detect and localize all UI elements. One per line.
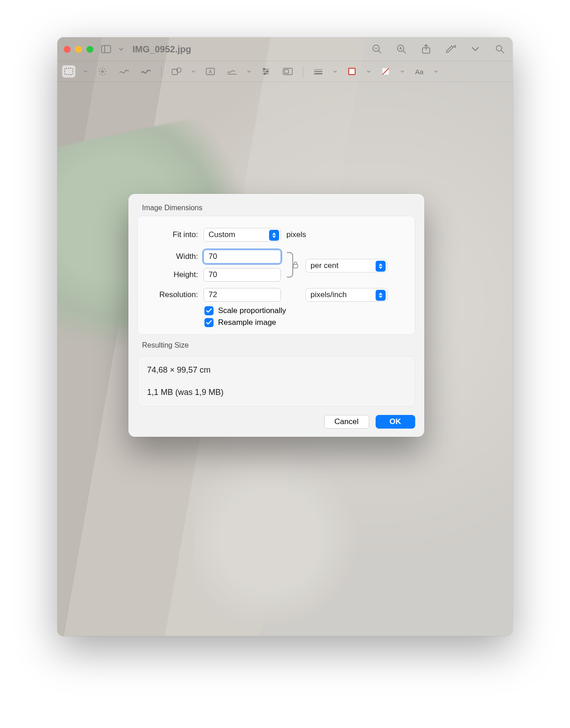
zoom-in-button[interactable] xyxy=(395,43,408,56)
shapes-tool[interactable] xyxy=(170,65,183,78)
svg-rect-27 xyxy=(285,70,289,73)
resulting-size-panel: 74,68 × 99,57 cm 1,1 MB (was 1,9 MB) xyxy=(137,356,415,407)
line-style-tool[interactable] xyxy=(311,65,325,78)
zoom-out-button[interactable] xyxy=(371,43,383,56)
resulting-filesize: 1,1 MB (was 1,9 MB) xyxy=(147,388,406,397)
height-label: Height: xyxy=(145,270,198,279)
svg-point-23 xyxy=(263,68,265,70)
fill-color-tool[interactable] xyxy=(379,65,392,78)
close-window-button[interactable] xyxy=(64,46,71,53)
draw-tool[interactable] xyxy=(139,65,153,78)
overflow-button[interactable] xyxy=(469,43,482,56)
share-button[interactable] xyxy=(420,43,433,56)
resample-image-label: Resample image xyxy=(218,318,276,327)
app-window: IMG_0952.jpg A Aa xyxy=(57,37,513,636)
chevron-down-icon xyxy=(333,70,337,73)
document-title: IMG_0952.jpg xyxy=(132,44,191,55)
fit-into-units: pixels xyxy=(286,230,306,239)
resample-image-checkbox[interactable] xyxy=(204,318,214,327)
svg-point-10 xyxy=(454,46,456,47)
sign-tool[interactable] xyxy=(225,65,239,78)
border-color-tool[interactable] xyxy=(345,65,359,78)
svg-text:A: A xyxy=(209,69,212,74)
resolution-input[interactable] xyxy=(204,288,281,302)
adjust-color-tool[interactable] xyxy=(259,65,273,78)
instant-alpha-tool[interactable] xyxy=(96,65,109,78)
adjust-size-dialog: Image Dimensions Fit into: Custom pixels… xyxy=(128,194,424,437)
titlebar: IMG_0952.jpg xyxy=(57,37,513,61)
svg-line-12 xyxy=(501,51,504,53)
svg-point-24 xyxy=(266,71,268,72)
chevron-down-icon xyxy=(192,70,195,73)
adjust-size-tool[interactable] xyxy=(281,65,295,78)
height-input[interactable] xyxy=(204,268,281,282)
fit-into-select[interactable]: Custom xyxy=(204,228,281,242)
svg-line-3 xyxy=(378,51,381,53)
dimensions-panel: Fit into: Custom pixels Width: Height: xyxy=(137,216,415,335)
checkmark-icon xyxy=(206,308,212,314)
checkmark-icon xyxy=(206,319,212,326)
resulting-size-label: Resulting Size xyxy=(142,341,413,349)
zoom-window-button[interactable] xyxy=(87,46,93,53)
svg-point-11 xyxy=(496,46,502,51)
chevron-down-icon xyxy=(367,70,371,73)
resolution-units-value: pixels/inch xyxy=(310,290,346,299)
select-arrows-icon xyxy=(376,290,386,301)
window-controls xyxy=(64,46,93,53)
scale-proportionally-checkbox[interactable] xyxy=(204,306,214,315)
sidebar-toggle-button[interactable] xyxy=(100,43,112,56)
search-button[interactable] xyxy=(494,43,506,56)
color-swatch-icon xyxy=(348,68,356,75)
svg-line-6 xyxy=(403,51,406,53)
ok-button[interactable]: OK xyxy=(376,415,416,429)
chevron-down-icon xyxy=(434,70,438,73)
lock-icon xyxy=(291,261,300,269)
toolbar-divider xyxy=(303,66,303,77)
sketch-tool[interactable] xyxy=(117,65,131,78)
scale-proportionally-label: Scale proportionally xyxy=(218,306,286,315)
chevron-down-icon xyxy=(247,70,251,73)
proportion-bracket xyxy=(286,250,300,280)
minimize-window-button[interactable] xyxy=(75,46,82,53)
fit-into-label: Fit into: xyxy=(145,230,198,239)
svg-point-14 xyxy=(102,71,103,72)
size-units-value: per cent xyxy=(310,261,338,270)
svg-point-25 xyxy=(264,73,266,75)
resolution-units-select[interactable]: pixels/inch xyxy=(305,288,387,302)
cancel-button[interactable]: Cancel xyxy=(324,415,369,429)
svg-rect-33 xyxy=(293,264,298,268)
select-arrows-icon xyxy=(269,230,279,241)
width-label: Width: xyxy=(145,252,198,261)
resulting-dimensions: 74,68 × 99,57 cm xyxy=(147,365,406,375)
chevron-down-icon xyxy=(84,70,87,73)
svg-rect-0 xyxy=(102,46,111,53)
resolution-label: Resolution: xyxy=(145,290,198,299)
select-arrows-icon xyxy=(376,261,386,272)
toolbar-divider xyxy=(161,66,162,77)
rect-select-tool[interactable] xyxy=(62,65,76,78)
chevron-down-icon xyxy=(401,70,404,73)
text-style-tool[interactable]: Aa xyxy=(412,65,426,78)
chevron-down-icon xyxy=(119,47,123,51)
svg-rect-13 xyxy=(65,68,73,75)
size-units-select[interactable]: per cent xyxy=(305,259,387,273)
markup-button[interactable] xyxy=(444,43,457,56)
markup-toolbar: A Aa xyxy=(57,61,513,82)
fit-into-value: Custom xyxy=(209,230,235,239)
width-input[interactable] xyxy=(204,250,281,263)
text-tool[interactable]: A xyxy=(204,65,217,78)
dialog-section-label: Image Dimensions xyxy=(142,204,413,212)
